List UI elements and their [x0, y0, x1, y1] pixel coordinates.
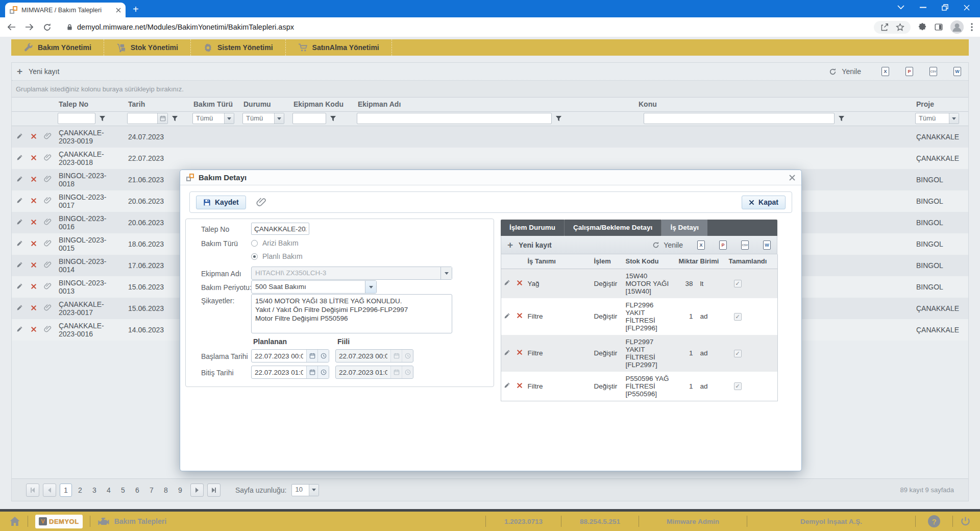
menu-sistem-yonetimi[interactable]: Sistem Yönetimi [191, 39, 286, 56]
talep-no-input[interactable] [251, 223, 309, 235]
col-miktar[interactable]: Miktar [677, 254, 698, 269]
forward-icon[interactable] [25, 23, 34, 31]
attachment-paperclip-icon[interactable] [44, 239, 52, 247]
menu-kebab-icon[interactable] [971, 23, 973, 31]
pager-page-number[interactable]: 2 [74, 484, 86, 497]
filter-funnel-icon[interactable] [330, 115, 336, 122]
export-csv-icon[interactable]: CSV [741, 240, 749, 250]
attachment-paperclip-icon[interactable] [44, 261, 52, 269]
group-panel[interactable]: Gruplamak istediğiniz kolonu buraya sürü… [12, 81, 968, 98]
attach-paperclip-icon[interactable] [256, 197, 266, 207]
attachment-paperclip-icon[interactable] [44, 197, 52, 204]
pager-page-number[interactable]: 9 [174, 484, 186, 497]
completed-checkbox[interactable]: ✓ [734, 350, 742, 357]
browser-tab[interactable]: MIMWARE / Bakım Talepleri [5, 3, 126, 17]
calendar-icon[interactable] [306, 366, 317, 378]
clock-icon[interactable] [317, 350, 329, 362]
chevron-down-icon[interactable] [897, 5, 904, 10]
menu-stok-yonetimi[interactable]: Stok Yönetimi [104, 39, 191, 56]
col-ekipman-kodu[interactable]: Ekipman Kodu [289, 98, 354, 111]
pager-page-number[interactable]: 3 [88, 484, 101, 497]
attachment-paperclip-icon[interactable] [44, 282, 52, 290]
delete-x-icon[interactable] [31, 133, 37, 139]
filter-konu-input[interactable] [644, 113, 835, 124]
completed-checkbox[interactable]: ✓ [734, 280, 742, 287]
tab-close-icon[interactable] [116, 8, 121, 13]
calendar-icon[interactable] [157, 113, 167, 124]
close-window-icon[interactable] [964, 5, 970, 11]
export-pdf-icon[interactable]: P [719, 240, 727, 250]
completed-checkbox[interactable]: ✓ [734, 382, 742, 390]
delete-x-icon[interactable] [517, 382, 523, 389]
reload-icon[interactable] [43, 23, 52, 32]
attachment-paperclip-icon[interactable] [44, 218, 52, 226]
filter-funnel-icon[interactable] [172, 115, 178, 122]
filter-bakim-turu-select[interactable]: Tümü [192, 113, 234, 124]
edit-pencil-icon[interactable] [16, 197, 23, 204]
export-excel-icon[interactable]: X [881, 67, 889, 76]
delete-x-icon[interactable] [31, 198, 37, 204]
delete-x-icon[interactable] [31, 283, 37, 289]
filter-funnel-icon[interactable] [99, 115, 106, 122]
col-birimi[interactable]: Birimi [698, 254, 727, 269]
sikayetler-textarea[interactable]: 15/40 MOTOR YAĞI 38 LİTRE YAĞ KONULDU. Y… [251, 294, 452, 333]
col-tarih[interactable]: Tarih [124, 98, 189, 111]
new-record-button[interactable]: + Yeni kayıt [17, 67, 59, 76]
dialog-titlebar[interactable]: Bakım Detayı [180, 170, 801, 185]
edit-pencil-icon[interactable] [16, 133, 23, 139]
tab-calisma-bekleme-detayi[interactable]: Çalışma/Bekleme Detayı [565, 220, 662, 236]
refresh-icon[interactable] [829, 68, 837, 76]
edit-pencil-icon[interactable] [504, 349, 510, 356]
edit-pencil-icon[interactable] [16, 219, 23, 225]
filter-talep-no-input[interactable] [58, 113, 95, 124]
col-proje[interactable]: Proje [912, 98, 968, 111]
back-icon[interactable] [7, 23, 16, 31]
ekipman-adi-select[interactable]: HITACHI\ ZX350LCH-3 [251, 267, 452, 280]
attachment-paperclip-icon[interactable] [44, 132, 52, 140]
edit-pencil-icon[interactable] [504, 312, 510, 319]
filter-funnel-icon[interactable] [555, 115, 562, 122]
radio-arizi-bakim[interactable]: Arizi Bakım [251, 239, 299, 247]
pager-first-button[interactable] [26, 484, 39, 497]
attachment-paperclip-icon[interactable] [44, 154, 52, 161]
attachment-paperclip-icon[interactable] [44, 325, 52, 333]
delete-x-icon[interactable] [31, 305, 37, 311]
side-panel-icon[interactable] [934, 22, 943, 32]
export-pdf-icon[interactable]: P [905, 67, 913, 76]
help-icon[interactable]: ? [928, 515, 940, 527]
edit-pencil-icon[interactable] [16, 176, 23, 182]
col-islem[interactable]: İşlem [592, 254, 624, 269]
edit-pencil-icon[interactable] [504, 382, 510, 389]
col-ekipman-adi[interactable]: Ekipman Adı [354, 98, 634, 111]
demyol-logo[interactable]: V DEMYOL [35, 515, 83, 528]
logout-power-icon[interactable] [960, 516, 971, 527]
bitis-planlanan-input[interactable] [251, 366, 329, 379]
export-word-icon[interactable]: W [953, 67, 961, 76]
completed-checkbox[interactable]: ✓ [734, 313, 742, 321]
calendar-icon[interactable] [306, 350, 317, 362]
pager-next-button[interactable] [190, 484, 204, 497]
export-csv-icon[interactable]: CSV [929, 67, 937, 76]
delete-x-icon[interactable] [31, 176, 37, 182]
pager-page-number[interactable]: 5 [117, 484, 129, 497]
col-durumu[interactable]: Durumu [239, 98, 289, 111]
bitis-fiili-input[interactable] [335, 366, 413, 379]
new-tab-button[interactable]: + [133, 4, 139, 14]
dialog-close-icon[interactable] [789, 175, 795, 181]
pager-page-number[interactable]: 6 [131, 484, 143, 497]
col-talep-no[interactable]: Talep No [55, 98, 124, 111]
detail-new-record-button[interactable]: + Yeni kayıt [507, 241, 552, 249]
baslama-planlanan-input[interactable] [251, 349, 329, 363]
pager-page-number[interactable]: 8 [160, 484, 172, 497]
profile-avatar[interactable] [950, 20, 964, 34]
pager-prev-button[interactable] [43, 484, 56, 497]
delete-x-icon[interactable] [31, 326, 37, 332]
attachment-paperclip-icon[interactable] [44, 175, 52, 183]
delete-x-icon[interactable] [31, 155, 37, 161]
edit-pencil-icon[interactable] [16, 261, 23, 268]
address-bar[interactable]: demyol.mimware.net/Modules/BakimYonetimi… [67, 23, 866, 31]
clock-icon[interactable] [317, 366, 329, 378]
pager-last-button[interactable] [207, 484, 220, 497]
share-icon[interactable] [880, 23, 889, 32]
filter-durumu-select[interactable]: Tümü [242, 113, 284, 124]
